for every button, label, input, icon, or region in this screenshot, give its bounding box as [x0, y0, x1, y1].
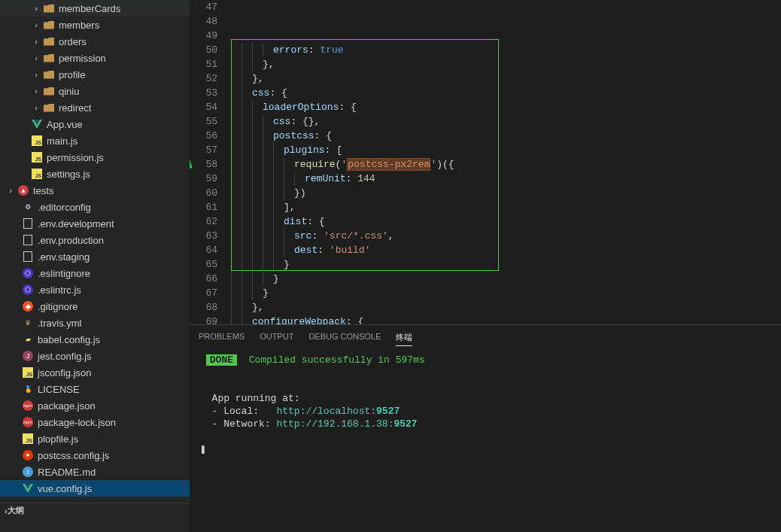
network-url[interactable]: http://192.168.1.38:9527	[276, 418, 417, 430]
folder-label: members	[59, 20, 99, 31]
chevron-right-icon: ›	[30, 87, 42, 96]
js-icon: JS	[21, 367, 35, 378]
travis-icon: ♛	[21, 318, 35, 328]
line-number: 53	[190, 86, 217, 100]
line-number: 48	[190, 14, 217, 29]
line-number: 56	[190, 129, 217, 143]
file-label: package.json	[38, 400, 96, 412]
file-item[interactable]: .env.production	[0, 232, 190, 248]
code-line[interactable]: css: {},	[231, 114, 776, 129]
code-line[interactable]: errors: true	[231, 43, 776, 57]
file-item[interactable]: App.vue	[0, 116, 190, 132]
code-line[interactable]: plugins: [	[231, 143, 776, 157]
line-number: 51	[190, 57, 217, 71]
file-item[interactable]: ⚙.editorconfig	[0, 199, 190, 215]
tests-icon: ▲	[17, 185, 30, 196]
file-item[interactable]: JSmain.js	[0, 132, 190, 149]
code-line[interactable]: }	[231, 286, 776, 300]
vue-icon	[21, 484, 35, 493]
file-item[interactable]: Jjest.config.js	[0, 348, 190, 364]
code-line[interactable]: dist: {	[231, 214, 776, 229]
file-explorer[interactable]: ›memberCards›members›orders›permission›p…	[0, 0, 190, 532]
file-label: plopfile.js	[38, 433, 78, 445]
file-label: README.md	[38, 467, 96, 478]
js-icon: JS	[21, 433, 35, 444]
local-label: - Local:	[212, 406, 277, 417]
file-item[interactable]: .env.staging	[0, 248, 190, 265]
code-line[interactable]: ],	[231, 200, 776, 214]
folder-item[interactable]: ›memberCards	[0, 0, 190, 17]
code-line[interactable]: dest: 'build'	[231, 243, 776, 257]
folder-item[interactable]: ›permission	[0, 50, 190, 66]
network-label: - Network:	[212, 418, 277, 430]
file-item[interactable]: npmpackage-lock.json	[0, 414, 190, 430]
panel-tabs: PROBLEMSOUTPUTDEBUG CONSOLE终端	[190, 325, 781, 346]
folder-item[interactable]: ›members	[0, 17, 190, 33]
line-number: 62	[190, 214, 217, 229]
code-area[interactable]: errors: true},},css: {loaderOptions: {cs…	[231, 0, 776, 324]
npm-icon: npm	[21, 400, 35, 411]
file-label: .gitignore	[38, 301, 77, 312]
file-label: postcss.config.js	[38, 450, 109, 461]
minimap[interactable]	[776, 0, 781, 324]
chevron-right-icon: ›	[30, 37, 42, 46]
folder-item[interactable]: ›qiniu	[0, 83, 190, 99]
file-item[interactable]: ⬡.eslintignore	[0, 265, 190, 281]
file-item[interactable]: JSjsconfig.json	[0, 364, 190, 381]
chevron-right-icon: ›	[30, 20, 42, 29]
js-icon: JS	[30, 169, 44, 179]
local-url[interactable]: http://localhost:9527	[276, 406, 400, 417]
terminal-output[interactable]: DONE Compiled successfully in 597ms App …	[190, 346, 781, 532]
file-item[interactable]: iREADME.md	[0, 464, 190, 480]
code-line[interactable]: require('postcss-px2rem')({	[231, 157, 776, 172]
tests-folder[interactable]: › ▲ tests	[0, 182, 190, 199]
folder-label: redirect	[59, 102, 91, 114]
chevron-right-icon: ›	[30, 53, 42, 62]
file-item[interactable]: JSplopfile.js	[0, 430, 190, 447]
code-line[interactable]: },	[231, 57, 776, 71]
folder-item[interactable]: ›redirect	[0, 99, 190, 116]
file-item[interactable]: JSsettings.js	[0, 166, 190, 182]
file-item[interactable]: vue.config.js	[0, 480, 190, 497]
file-label: jsconfig.json	[38, 367, 92, 378]
folder-item[interactable]: ›profile	[0, 66, 190, 83]
file-item[interactable]: ▰babel.config.js	[0, 331, 190, 348]
editor[interactable]: 4748495051525354555657585960616263646566…	[190, 0, 781, 324]
code-line[interactable]: },	[231, 71, 776, 86]
panel-tab[interactable]: DEBUG CONSOLE	[308, 330, 381, 346]
file-label: .travis.yml	[38, 318, 82, 329]
code-line[interactable]: })	[231, 186, 776, 200]
panel-tab[interactable]: PROBLEMS	[199, 330, 245, 346]
code-line[interactable]: remUnit: 144	[231, 172, 776, 186]
line-number: 63	[190, 229, 217, 243]
file-item[interactable]: 🏅LICENSE	[0, 381, 190, 397]
code-line[interactable]: postcss: {	[231, 129, 776, 143]
code-line[interactable]: },	[231, 300, 776, 315]
file-item[interactable]: ◆.gitignore	[0, 298, 190, 315]
line-number: 61	[190, 200, 217, 214]
file-label: LICENSE	[38, 384, 80, 395]
code-line[interactable]: }	[231, 257, 776, 272]
file-label: vue.config.js	[38, 483, 92, 494]
folder-label: memberCards	[59, 3, 120, 14]
code-line[interactable]: }	[231, 272, 776, 286]
code-line[interactable]: configureWebpack: {	[231, 315, 776, 324]
running-label: App running at:	[212, 393, 300, 404]
file-item[interactable]: npmpackage.json	[0, 397, 190, 414]
outline-section[interactable]: › 大纲	[0, 503, 190, 518]
file-item[interactable]: ♛.travis.yml	[0, 315, 190, 331]
file-item[interactable]: JSpermission.js	[0, 149, 190, 166]
file-item[interactable]: ✦postcss.config.js	[0, 447, 190, 464]
file-item[interactable]: ⬡.eslintrc.js	[0, 281, 190, 298]
chevron-right-icon: ›	[30, 70, 42, 79]
panel-tab[interactable]: 终端	[396, 330, 412, 346]
file-item[interactable]: .env.development	[0, 215, 190, 232]
panel-tab[interactable]: OUTPUT	[260, 330, 293, 346]
code-line[interactable]: loaderOptions: {	[231, 100, 776, 114]
folder-item[interactable]: ›orders	[0, 33, 190, 50]
code-line[interactable]: css: {	[231, 86, 776, 100]
code-line[interactable]: src: 'src/*.css',	[231, 229, 776, 243]
line-number: 69	[190, 315, 217, 324]
file-label: .env.production	[38, 235, 104, 246]
line-number: 49	[190, 29, 217, 43]
